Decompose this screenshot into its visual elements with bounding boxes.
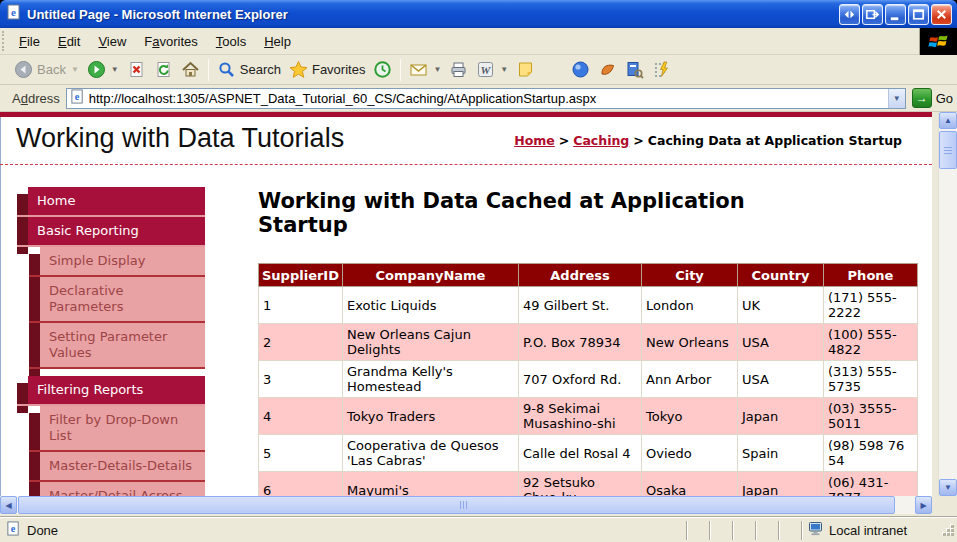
site-title: Working with Data Tutorials [16, 123, 344, 154]
suppliers-gridview: SupplierIDCompanyNameAddressCityCountryP… [258, 263, 918, 496]
menu-help[interactable]: Help [255, 31, 300, 52]
status-pane [709, 521, 732, 540]
column-header-city: City [642, 264, 738, 287]
table-cell: (06) 431-7877 [824, 472, 918, 497]
nav-indent-strip [29, 489, 40, 496]
browser-client-area: Working with Data Tutorials Home>Caching… [0, 112, 957, 517]
edit-word-button[interactable]: W▼ [472, 57, 512, 82]
column-header-country: Country [738, 264, 824, 287]
close-button[interactable] [931, 4, 952, 25]
chevron-down-icon[interactable]: ▼ [111, 65, 119, 74]
sidebar-item-setting-parameter-values[interactable]: Setting Parameter Values [29, 323, 205, 367]
maximize-button[interactable] [908, 4, 929, 25]
back-icon [14, 60, 33, 79]
breadcrumb-home[interactable]: Home [514, 133, 555, 148]
table-cell: 5 [259, 435, 343, 472]
sidebar-item-label: Filter by Drop-Down List [40, 406, 205, 450]
print-button[interactable] [445, 57, 472, 82]
mail-button[interactable]: ▼ [405, 57, 445, 82]
minimize-button[interactable] [885, 4, 906, 25]
table-header-row: SupplierIDCompanyNameAddressCityCountryP… [259, 264, 918, 287]
status-text: Done [27, 523, 58, 538]
breadcrumb: Home>Caching>Caching Data at Application… [514, 133, 902, 148]
discuss-button[interactable] [512, 57, 539, 82]
messenger-button[interactable] [567, 57, 594, 82]
menu-tools[interactable]: Tools [207, 31, 255, 52]
table-cell: 92 Setsuko Chuo-ku [519, 472, 642, 497]
scroll-up-button[interactable]: ▲ [939, 112, 957, 129]
horizontal-scroll-thumb[interactable] [18, 496, 895, 514]
svg-text:W: W [481, 64, 492, 76]
forward-button[interactable]: ▼ [83, 57, 123, 82]
nav-indent-strip [29, 284, 40, 330]
status-pane [686, 521, 709, 540]
favorites-button[interactable]: Favorites [285, 57, 369, 82]
vertical-scroll-thumb[interactable] [939, 131, 957, 169]
resize-grip[interactable] [941, 523, 955, 537]
svg-text:e: e [11, 6, 16, 18]
menu-file[interactable]: File [10, 31, 49, 52]
toolbar-separator [400, 59, 401, 81]
status-pane [732, 521, 755, 540]
sidebar-item-declarative-parameters[interactable]: Declarative Parameters [29, 277, 205, 321]
main-content: Working with Data Cached at Application … [258, 189, 926, 496]
sidebar-item-filter-by-drop-down-list[interactable]: Filter by Drop-Down List [29, 406, 205, 450]
page-header: Working with Data Tutorials Home>Caching… [0, 117, 932, 165]
page-title: Working with Data Cached at Application … [258, 189, 838, 237]
sidebar-item-simple-display[interactable]: Simple Display [29, 247, 205, 275]
address-input[interactable] [85, 90, 888, 107]
breadcrumb-caching[interactable]: Caching [573, 133, 629, 148]
scroll-left-button[interactable]: ◀ [0, 496, 17, 514]
vertical-scrollbar[interactable]: ▲ ▼ [938, 112, 957, 496]
vm-switch-button[interactable] [839, 4, 860, 25]
history-button[interactable] [369, 57, 396, 82]
table-cell: Ann Arbor [642, 361, 738, 398]
stop-button[interactable] [123, 57, 150, 82]
nav-indent-strip [17, 383, 28, 413]
menu-favorites[interactable]: Favorites [135, 31, 206, 52]
vm-popout-button[interactable] [862, 4, 883, 25]
horizontal-scrollbar[interactable]: ◀ ▶ [0, 496, 932, 514]
address-dropdown-button[interactable]: ▼ [888, 89, 905, 108]
quick-launch-button[interactable] [648, 57, 675, 82]
back-button[interactable]: Back▼ [10, 57, 83, 82]
table-row: 1Exotic Liquids49 Gilbert St.LondonUK(17… [259, 287, 918, 324]
horizontal-scroll-track[interactable] [895, 496, 915, 514]
search-button[interactable]: Search [213, 57, 285, 82]
chevron-down-icon[interactable]: ▼ [500, 65, 508, 74]
scroll-down-button[interactable]: ▼ [939, 479, 957, 496]
sidebar-item-label: Declarative Parameters [40, 277, 205, 321]
menu-view[interactable]: View [89, 31, 135, 52]
research-button[interactable] [621, 57, 648, 82]
menu-edit[interactable]: Edit [49, 31, 89, 52]
toolbar-grip[interactable] [2, 31, 9, 51]
msn-button[interactable] [594, 57, 621, 82]
sidebar-item-master-detail-across[interactable]: Master/Detail Across [29, 482, 205, 496]
sidebar-item-home[interactable]: Home [17, 187, 205, 215]
refresh-button[interactable] [150, 57, 177, 82]
chevron-down-icon[interactable]: ▼ [71, 65, 79, 74]
column-header-companyname: CompanyName [343, 264, 519, 287]
table-cell: Japan [738, 472, 824, 497]
sidebar-item-filtering-reports[interactable]: Filtering Reports [17, 376, 205, 404]
table-cell: Osaka [642, 472, 738, 497]
nav-indent-strip [29, 254, 40, 284]
vertical-scroll-track[interactable] [939, 169, 957, 479]
chevron-down-icon[interactable]: ▼ [433, 65, 441, 74]
sidebar-item-master-details-details[interactable]: Master-Details-Details [29, 452, 205, 480]
favorites-label: Favorites [312, 62, 365, 77]
table-cell: 49 Gilbert St. [519, 287, 642, 324]
home-icon [181, 60, 200, 79]
discuss-icon [516, 60, 535, 79]
breadcrumb-caching-data-at-application-startup: Caching Data at Application Startup [648, 133, 902, 148]
title-bar[interactable]: e Untitled Page - Microsoft Internet Exp… [0, 0, 957, 28]
home-button[interactable] [177, 57, 204, 82]
scroll-right-button[interactable]: ▶ [915, 496, 932, 514]
table-cell: Exotic Liquids [343, 287, 519, 324]
address-bar: Address e ▼ → Go [0, 85, 957, 112]
table-row: 2New Orleans Cajun DelightsP.O. Box 7893… [259, 324, 918, 361]
sidebar-item-label: Filtering Reports [28, 376, 205, 404]
sidebar-item-basic-reporting[interactable]: Basic Reporting [17, 217, 205, 245]
sidebar-item-label: Setting Parameter Values [40, 323, 205, 367]
go-button[interactable]: → Go [912, 88, 953, 108]
